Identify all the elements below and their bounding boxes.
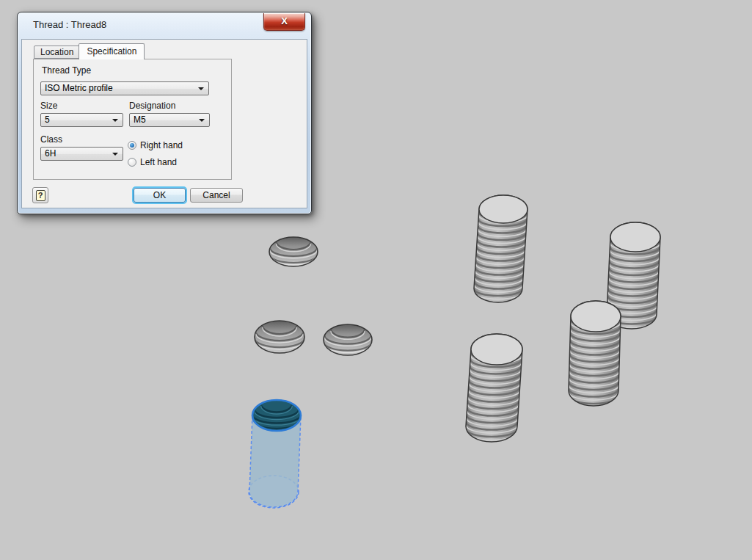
close-button[interactable]: X	[263, 13, 305, 31]
threaded-stud[interactable]	[466, 334, 522, 447]
size-select[interactable]: 5	[40, 113, 123, 127]
radio-left-hand[interactable]: Left hand	[128, 157, 177, 167]
radio-right-hand[interactable]: Right hand	[128, 140, 183, 150]
cancel-button[interactable]: Cancel	[190, 188, 243, 203]
thread-type-value: ISO Metric profile	[45, 83, 113, 93]
designation-value: M5	[134, 114, 146, 125]
size-label: Size	[40, 101, 57, 111]
class-value: 6H	[45, 148, 56, 159]
dropdown-arrow-icon	[112, 119, 118, 122]
designation-label: Designation	[129, 101, 175, 111]
tab-specification[interactable]: Specification	[79, 43, 145, 59]
dropdown-arrow-icon	[199, 119, 205, 122]
tab-location[interactable]: Location	[34, 46, 80, 59]
thread-dialog: Thread : Thread8 X Location Specificatio…	[17, 12, 312, 214]
radio-button-icon[interactable]	[128, 158, 136, 167]
close-icon: X	[281, 15, 288, 26]
thread-type-select[interactable]: ISO Metric profile	[40, 81, 209, 95]
stud-top-face	[471, 334, 522, 365]
radio-left-hand-label: Left hand	[140, 157, 177, 167]
dropdown-arrow-icon	[112, 153, 118, 156]
dialog-client-area: Location Specification Thread Type ISO M…	[21, 39, 307, 208]
stud-top-face	[479, 195, 528, 223]
threaded-hole[interactable]	[269, 237, 318, 272]
tab-strip: Location Specification	[34, 43, 145, 59]
ok-button[interactable]: OK	[134, 188, 186, 203]
specification-tab-page: Thread Type ISO Metric profile Size 5 De…	[33, 59, 232, 180]
threaded-hole[interactable]	[255, 321, 304, 356]
threaded-stud[interactable]	[569, 301, 621, 414]
selected-thread-cylinder[interactable]	[249, 400, 301, 508]
application-window: Thread : Thread8 X Location Specificatio…	[0, 0, 752, 560]
help-button[interactable]: ?	[32, 187, 48, 203]
radio-button-icon[interactable]	[128, 141, 136, 150]
threaded-stud[interactable]	[474, 195, 528, 306]
size-value: 5	[45, 114, 50, 125]
class-select[interactable]: 6H	[40, 147, 123, 161]
dropdown-arrow-icon	[198, 87, 204, 90]
dialog-title: Thread : Thread8	[33, 19, 106, 30]
help-icon: ?	[36, 190, 45, 201]
class-label: Class	[40, 134, 62, 145]
thread-type-label: Thread Type	[42, 65, 91, 76]
radio-right-hand-label: Right hand	[140, 140, 183, 150]
stud-top-face	[610, 222, 660, 252]
stud-top-face	[571, 301, 621, 332]
threaded-hole[interactable]	[324, 324, 372, 359]
designation-select[interactable]: M5	[129, 113, 210, 127]
dialog-titlebar[interactable]: Thread : Thread8 X	[18, 12, 311, 39]
